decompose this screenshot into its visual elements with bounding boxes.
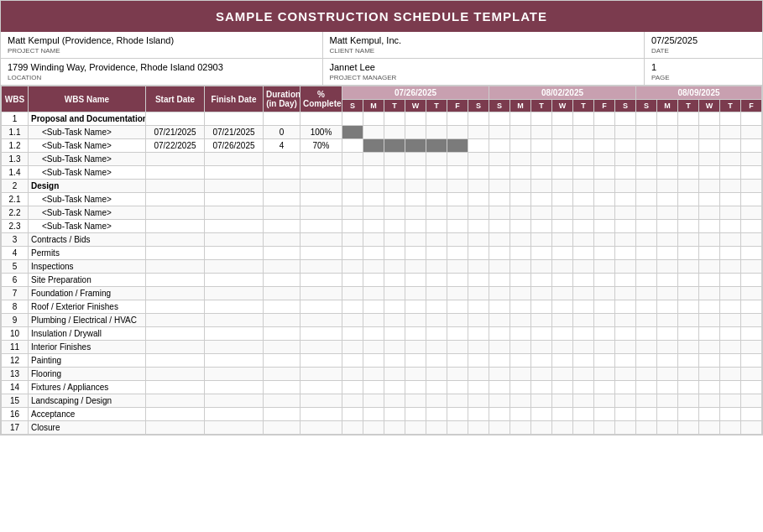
gantt-cell — [405, 341, 426, 354]
gantt-cell — [531, 341, 552, 354]
gantt-cell — [615, 206, 636, 220]
gantt-cell — [447, 220, 468, 233]
cell-wbs: 2.3 — [2, 220, 29, 233]
gantt-cell — [594, 233, 615, 247]
cell-duration — [264, 287, 300, 300]
gantt-cell — [447, 274, 468, 287]
gantt-cell — [573, 300, 594, 314]
gantt-cell — [657, 166, 678, 180]
cell-pct — [300, 408, 342, 421]
cell-pct — [300, 327, 342, 341]
gantt-cell — [720, 247, 741, 260]
manager-cell: Jannet Lee PROJECT MANAGER — [323, 59, 645, 85]
gantt-cell — [552, 354, 573, 368]
manager-label: PROJECT MANAGER — [330, 74, 638, 81]
gantt-cell — [657, 341, 678, 354]
gantt-cell — [741, 166, 762, 180]
gantt-cell — [678, 327, 699, 341]
gantt-cell — [720, 206, 741, 220]
gantt-cell — [678, 381, 699, 394]
gantt-cell — [699, 206, 720, 220]
gantt-cell — [384, 126, 405, 139]
gantt-cell — [636, 274, 657, 287]
cell-duration — [264, 341, 300, 354]
gantt-cell — [741, 421, 762, 435]
gantt-cell — [573, 220, 594, 233]
gantt-cell — [342, 220, 363, 233]
gantt-cell — [405, 394, 426, 408]
table-row: 11Interior Finishes — [2, 341, 762, 354]
gantt-cell — [342, 260, 363, 274]
gantt-cell — [447, 408, 468, 421]
gantt-cell — [531, 300, 552, 314]
gantt-cell — [510, 327, 531, 341]
gantt-cell — [426, 260, 447, 274]
table-row: 1Proposal and Documentation — [2, 112, 762, 126]
cell-wbs-name: Foundation / Framing — [29, 287, 146, 300]
gantt-cell — [720, 327, 741, 341]
gantt-cell — [678, 314, 699, 327]
gantt-cell — [468, 260, 489, 274]
gantt-cell — [594, 314, 615, 327]
gantt-cell — [447, 247, 468, 260]
gantt-cell — [636, 206, 657, 220]
gantt-cell — [384, 327, 405, 341]
gantt-cell — [489, 408, 510, 421]
gantt-cell — [699, 193, 720, 206]
gantt-cell — [636, 421, 657, 435]
col-duration: Duration(in Day) — [264, 86, 300, 112]
gantt-cell — [510, 381, 531, 394]
gantt-cell — [447, 260, 468, 274]
cell-start — [146, 193, 205, 206]
gantt-cell — [699, 166, 720, 180]
gantt-cell — [594, 206, 615, 220]
gantt-cell — [678, 139, 699, 153]
gantt-cell — [510, 180, 531, 193]
gantt-cell — [720, 166, 741, 180]
cell-start — [146, 233, 205, 247]
gantt-cell — [678, 180, 699, 193]
gantt-cell — [699, 408, 720, 421]
gantt-cell — [699, 247, 720, 260]
cell-wbs-name: Flooring — [29, 368, 146, 381]
gantt-cell — [636, 354, 657, 368]
gantt-cell — [489, 300, 510, 314]
cell-duration — [264, 327, 300, 341]
gantt-cell — [426, 274, 447, 287]
gantt-cell — [552, 220, 573, 233]
gantt-cell — [615, 408, 636, 421]
gantt-cell — [531, 247, 552, 260]
gantt-cell — [447, 381, 468, 394]
location-label: LOCATION — [8, 74, 316, 81]
gantt-cell — [468, 394, 489, 408]
cell-finish — [205, 220, 264, 233]
gantt-cell — [615, 153, 636, 166]
gantt-cell — [531, 368, 552, 381]
gantt-cell — [636, 314, 657, 327]
gantt-cell — [720, 233, 741, 247]
gantt-cell — [615, 368, 636, 381]
gantt-cell — [657, 220, 678, 233]
gantt-cell — [342, 247, 363, 260]
gantt-cell — [741, 341, 762, 354]
day-col-w2: W — [552, 100, 573, 112]
gantt-cell — [699, 394, 720, 408]
gantt-cell — [699, 354, 720, 368]
gantt-cell — [636, 300, 657, 314]
gantt-cell — [699, 153, 720, 166]
gantt-cell — [657, 193, 678, 206]
gantt-cell — [468, 368, 489, 381]
cell-wbs: 1.1 — [2, 126, 29, 139]
table-row: 14Fixtures / Appliances — [2, 381, 762, 394]
gantt-cell — [363, 421, 384, 435]
gantt-cell — [699, 421, 720, 435]
gantt-cell — [405, 139, 426, 153]
gantt-cell — [510, 368, 531, 381]
cell-start — [146, 408, 205, 421]
gantt-cell — [363, 287, 384, 300]
gantt-cell — [426, 206, 447, 220]
gantt-cell — [657, 408, 678, 421]
date-group-1: 07/26/2025 — [342, 86, 489, 100]
gantt-cell — [552, 300, 573, 314]
info-row-2: 1799 Winding Way, Providence, Rhode Isla… — [1, 59, 762, 86]
